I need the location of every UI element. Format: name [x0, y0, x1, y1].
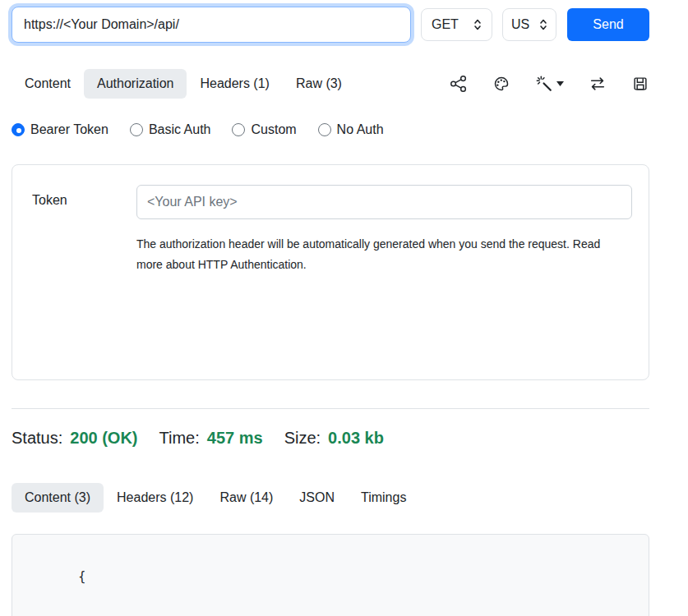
theme-button[interactable]	[492, 75, 510, 93]
code-line: {	[34, 546, 627, 607]
caret-down-icon	[556, 81, 564, 86]
request-toolbar	[450, 75, 649, 93]
auth-option-label: Bearer Token	[30, 122, 109, 137]
api-tester-page: GET US Send Content Authorization	[0, 0, 688, 616]
share-button[interactable]	[450, 75, 468, 93]
status-value: 200 (OK)	[70, 429, 137, 448]
save-icon	[631, 75, 649, 93]
magic-wand-icon	[535, 75, 553, 93]
radio-icon	[318, 123, 331, 136]
radio-icon	[130, 123, 143, 136]
auth-option-basic-auth[interactable]: Basic Auth	[130, 122, 211, 137]
token-panel: Token The authorization header will be a…	[12, 164, 649, 380]
status-group: Status: 200 (OK)	[12, 429, 138, 448]
method-select[interactable]: GET	[421, 8, 492, 41]
request-bar: GET US Send	[12, 7, 649, 43]
response-tab-json[interactable]: JSON	[286, 483, 348, 513]
magic-menu-button[interactable]	[535, 75, 564, 93]
exchange-icon	[589, 75, 607, 93]
token-panel-main: The authorization header will be automat…	[136, 185, 632, 360]
save-button[interactable]	[631, 75, 649, 93]
method-select-value: GET	[432, 17, 459, 32]
response-tab-raw[interactable]: Raw (14)	[206, 483, 286, 513]
time-value: 457 ms	[207, 429, 263, 448]
response-tabs: Content (3) Headers (12) Raw (14) JSON T…	[12, 483, 649, 513]
auth-option-bearer-token[interactable]: Bearer Token	[12, 122, 109, 137]
size-value: 0.03 kb	[328, 429, 384, 448]
token-input[interactable]	[136, 185, 632, 219]
response-tab-content[interactable]: Content (3)	[12, 483, 104, 513]
size-label: Size:	[284, 429, 321, 448]
request-tabs: Content Authorization Headers (1) Raw (3…	[12, 69, 355, 99]
response-tab-headers[interactable]: Headers (12)	[104, 483, 206, 513]
share-icon	[450, 75, 468, 93]
exchange-button[interactable]	[589, 75, 607, 93]
url-input[interactable]	[12, 7, 411, 43]
status-label: Status:	[12, 429, 62, 448]
region-select[interactable]: US	[502, 8, 556, 41]
auth-option-custom[interactable]: Custom	[232, 122, 296, 137]
response-status-bar: Status: 200 (OK) Time: 457 ms Size: 0.03…	[12, 429, 649, 450]
code-line: "message": "API running."	[34, 607, 627, 616]
size-group: Size: 0.03 kb	[284, 429, 384, 448]
send-button[interactable]: Send	[567, 8, 649, 41]
radio-icon	[232, 123, 245, 136]
select-updown-icon	[539, 18, 547, 31]
auth-option-label: Basic Auth	[149, 122, 211, 137]
response-tab-timings[interactable]: Timings	[348, 483, 419, 513]
tab-authorization[interactable]: Authorization	[84, 69, 187, 99]
auth-type-options: Bearer Token Basic Auth Custom No Auth	[12, 122, 649, 138]
radio-icon	[12, 123, 25, 136]
tab-content[interactable]: Content	[12, 69, 84, 99]
section-divider	[12, 408, 649, 409]
brace: {	[78, 569, 85, 584]
token-label: Token	[32, 185, 136, 360]
request-tabs-row: Content Authorization Headers (1) Raw (3…	[12, 69, 649, 99]
region-select-value: US	[511, 17, 529, 32]
response-body: { "message": "API running." }	[12, 534, 649, 616]
time-group: Time: 457 ms	[159, 429, 263, 448]
palette-icon	[492, 75, 510, 93]
auth-option-label: Custom	[251, 122, 296, 137]
tab-raw[interactable]: Raw (3)	[283, 69, 355, 99]
select-updown-icon	[473, 18, 482, 31]
auth-option-label: No Auth	[337, 122, 384, 137]
tab-headers[interactable]: Headers (1)	[187, 69, 282, 99]
time-label: Time:	[159, 429, 200, 448]
token-help-text: The authorization header will be automat…	[136, 234, 630, 275]
auth-option-no-auth[interactable]: No Auth	[318, 122, 384, 137]
